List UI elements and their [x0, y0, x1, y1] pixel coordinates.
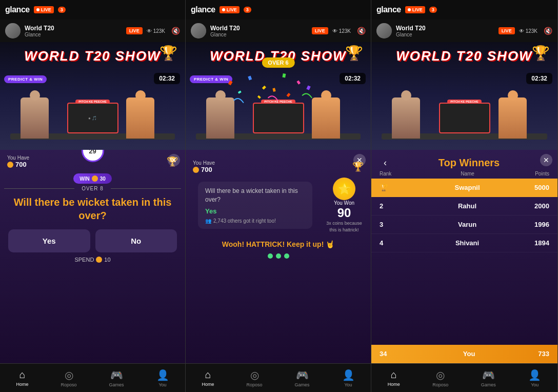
home-label-1: Home	[16, 382, 28, 387]
winner-row-3: 3 Varun 1996	[371, 215, 557, 234]
roposo-icon-2: ◎	[250, 369, 259, 381]
coins-row-2: You Have 700 🏆	[186, 155, 371, 173]
roposo-icon-3: ◎	[436, 369, 445, 381]
nav-games-2[interactable]: 🎮 Games	[295, 369, 310, 387]
timer-badge-2: 02:32	[340, 73, 366, 84]
live-indicator-3: LIVE	[499, 27, 515, 34]
coin-icon-1	[7, 162, 13, 168]
winner-name-4: Shivani	[400, 239, 534, 247]
show-title-1: WORLD T20 SHOW	[24, 48, 161, 64]
you-won-amount-2: 90	[337, 206, 351, 220]
live-badge-2: LIVE	[220, 6, 240, 13]
winners-table-header: Rank Name Points	[371, 169, 557, 179]
live-dot-1	[36, 8, 39, 11]
winners-title: Top Winners	[387, 157, 551, 169]
winner-name-2: Rahul	[400, 202, 534, 210]
panel-winners: glance LIVE 3 World T20 Glance LIVE 👁 12…	[371, 0, 558, 392]
timer-badge-1: 02:32	[154, 73, 180, 84]
spend-label-1: SPEND 10	[0, 257, 185, 263]
mute-icon-1[interactable]: 🔇	[171, 27, 180, 35]
nav-roposo-1[interactable]: ◎ Roposo	[61, 369, 76, 387]
predict-win-badge-1: PREDICT & WIN	[4, 75, 47, 83]
tv-label-3: PITCH KE PEECHE	[447, 100, 481, 104]
you-won-label-2: You Won	[334, 200, 354, 206]
nav-you-1[interactable]: 👤 You	[156, 369, 169, 387]
tv-label-2: PITCH KE PEECHE	[261, 100, 295, 104]
trophy-rank-icon-1: 🏆	[380, 184, 388, 191]
glance-name-1: glance	[5, 5, 30, 14]
home-icon-1: ⌂	[19, 369, 25, 381]
user-name: You	[400, 350, 538, 358]
multiplier-text-2: 3x coins becausethis is hattrick!	[326, 220, 362, 233]
trophy-icon-3: 🏆	[532, 45, 550, 62]
mute-icon-2[interactable]: 🔇	[357, 27, 366, 35]
roposo-label-3: Roposo	[432, 382, 448, 387]
game-panel-2: ✕ You Have 700 🏆 Will there be a wicket …	[186, 150, 371, 363]
eye-icon-2: 👁	[332, 28, 337, 34]
nav-games-3[interactable]: 🎮 Games	[481, 369, 496, 387]
you-label-2: You	[344, 382, 352, 387]
notification-badge-1[interactable]: 3	[58, 7, 66, 13]
tv-screen-2: PITCH KE PEECHE	[253, 103, 304, 133]
glance-name-2: glance	[191, 5, 215, 14]
winner-points-3: 1996	[534, 221, 549, 228]
close-button-2[interactable]: ✕	[353, 154, 366, 166]
prediction-question-2: Will there be a wicket taken in this ove…	[205, 187, 305, 204]
close-button-1[interactable]: ✕	[168, 154, 180, 166]
avatar-3	[376, 23, 392, 38]
close-button-3[interactable]: ✕	[540, 154, 552, 166]
hattrick-banner-2: Wooh! HATTRICK! Keep it up! 🤘	[186, 240, 371, 248]
you-icon-2: 👤	[342, 369, 355, 381]
winner-rank-1: 🏆	[380, 184, 400, 191]
games-label-1: Games	[109, 382, 124, 387]
mute-icon-3[interactable]: 🔇	[544, 27, 552, 35]
yes-button-1[interactable]: Yes	[8, 229, 90, 252]
stream-header-1: World T20 Glance LIVE 👁 123K 🔇	[0, 19, 185, 42]
stream-info-1: World T20 Glance	[25, 25, 122, 37]
nav-roposo-2[interactable]: ◎ Roposo	[246, 369, 262, 387]
tv-screen-1: PITCH KE PEECHE ● 🎵	[67, 103, 118, 133]
winner-rank-2: 2	[380, 202, 400, 210]
nav-games-1[interactable]: 🎮 Games	[109, 369, 124, 387]
no-button-1[interactable]: No	[95, 229, 177, 252]
home-icon-3: ⌂	[391, 369, 397, 381]
stream-info-2: World T20 Glance	[210, 25, 308, 37]
nav-home-2[interactable]: ⌂ Home	[202, 369, 214, 387]
live-dot-3	[408, 8, 411, 11]
winner-row-2: 2 Rahul 2000	[371, 197, 557, 215]
notification-badge-3[interactable]: 3	[429, 7, 437, 13]
bottom-nav-1: ⌂ Home ◎ Roposo 🎮 Games 👤 You	[0, 363, 185, 392]
stream-source-3: Glance	[396, 32, 494, 37]
over-label-1: OVER 8	[0, 186, 185, 191]
stream-header-2: World T20 Glance LIVE 👁 123K 🔇	[186, 19, 371, 42]
glance-logo-3: glance	[376, 5, 401, 14]
prediction-result-box-2: Will there be a wicket taken in this ove…	[198, 182, 312, 229]
user-rank: 34	[380, 350, 400, 358]
question-text-1: Will there be wicket taken in this over?	[0, 191, 185, 226]
live-dot-2	[222, 8, 225, 11]
bottom-nav-2: ⌂ Home ◎ Roposo 🎮 Games 👤 You	[186, 363, 371, 392]
you-have-label-1: You Have	[7, 155, 29, 161]
roposo-icon-1: ◎	[65, 369, 73, 381]
nav-home-1[interactable]: ⌂ Home	[16, 369, 28, 387]
viewer-count-3: 👁 123K	[519, 28, 537, 34]
predict-win-badge-2: PREDICT & WIN	[190, 75, 232, 83]
winner-name-3: Varun	[400, 221, 534, 228]
avatar-2	[191, 23, 206, 38]
nav-roposo-3[interactable]: ◎ Roposo	[432, 369, 448, 387]
panel-result: glance LIVE 3 World T20 Glance LIVE 👁 12…	[186, 0, 371, 392]
home-label-3: Home	[388, 382, 400, 387]
host-left-3	[392, 97, 420, 139]
nav-you-3[interactable]: 👤 You	[528, 369, 541, 387]
nav-you-2[interactable]: 👤 You	[342, 369, 355, 387]
stream-source-2: Glance	[210, 32, 308, 37]
winner-rank-3: 3	[380, 221, 400, 228]
nav-home-3[interactable]: ⌂ Home	[388, 369, 400, 387]
prediction-answer-2: Yes	[205, 207, 305, 215]
hattrick-dots-2	[186, 253, 371, 259]
top-bar-2: glance LIVE 3	[186, 0, 371, 19]
top-bar-3: glance LIVE 3	[371, 0, 557, 19]
games-icon-3: 🎮	[482, 369, 495, 381]
home-icon-2: ⌂	[205, 369, 211, 381]
notification-badge-2[interactable]: 3	[244, 7, 251, 13]
